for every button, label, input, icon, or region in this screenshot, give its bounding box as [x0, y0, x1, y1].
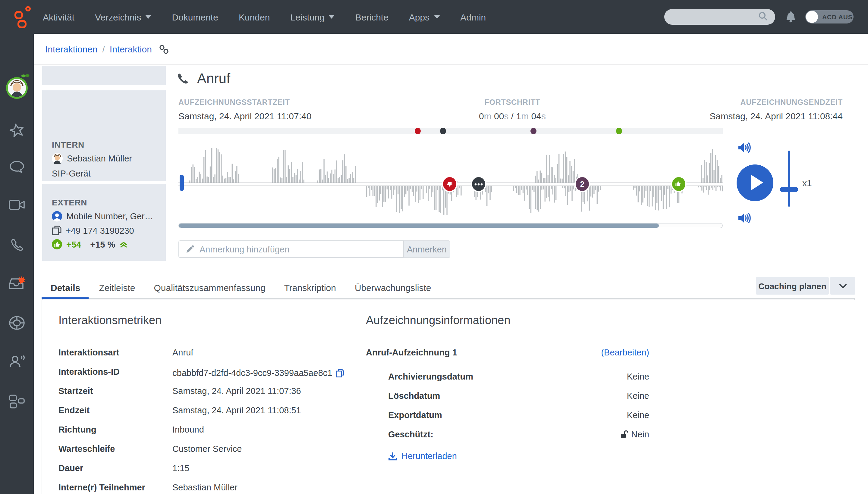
- progress-label: FORTSCHRITT: [422, 98, 603, 107]
- download-icon: [388, 452, 397, 460]
- coaching-planen-button[interactable]: Coaching planen: [756, 277, 829, 294]
- dot-numbered[interactable]: [531, 128, 536, 134]
- nav-item-dokumente[interactable]: Dokumente: [172, 12, 218, 22]
- call-icon: [176, 72, 189, 85]
- dot-comment[interactable]: [440, 128, 446, 134]
- metric-value: Samstag, 24. April 2021 11:07:36: [172, 386, 301, 398]
- sentiment-score: +54: [66, 240, 81, 249]
- nav-item-kunden[interactable]: Kunden: [239, 12, 270, 22]
- user-avatar[interactable]: [6, 77, 28, 99]
- metric-value: 1:15: [172, 463, 189, 475]
- extern-name: Mobile Number, Germ…: [66, 211, 156, 221]
- download-link[interactable]: Herunterladen: [388, 451, 457, 461]
- permalink-icon[interactable]: [159, 44, 169, 54]
- genesys-logo-icon[interactable]: [11, 5, 35, 29]
- metric-row: Interaktions-ID: [58, 367, 119, 379]
- chevron-down-icon: [145, 15, 151, 19]
- sidebar-inbox-icon[interactable]: [0, 276, 34, 292]
- nav-item-aktivitaet[interactable]: Aktivität: [43, 12, 74, 22]
- intern-participant[interactable]: Sebastian Müller: [52, 153, 156, 164]
- tab-transkription[interactable]: Transkription: [284, 277, 336, 293]
- copy-icon[interactable]: [52, 225, 61, 235]
- annotation-marker-thumb-down[interactable]: [442, 176, 457, 192]
- sidebar-agent-speaking-icon[interactable]: [0, 354, 34, 369]
- recording-info-rule: [366, 331, 649, 331]
- page-title: Anruf: [197, 71, 230, 87]
- player-scrollbar[interactable]: [179, 223, 723, 228]
- volume-down-icon[interactable]: [738, 211, 752, 225]
- recording-name: Anruf-Aufzeichnung 1: [366, 348, 457, 357]
- waveform[interactable]: 2: [179, 146, 723, 222]
- annotation-marker-thumb-up[interactable]: [671, 176, 687, 192]
- nav-item-apps[interactable]: Apps: [409, 12, 440, 22]
- breadcrumb: Interaktionen / Interaktion: [34, 34, 868, 65]
- recording-name-row: Anruf-Aufzeichnung 1 (Bearbeiten): [366, 348, 649, 357]
- recording-info-row: ExportdatumKeine: [388, 410, 649, 420]
- metric-value: Sebastian Müller: [172, 482, 238, 494]
- metrics-section-rule: [58, 331, 343, 331]
- chevron-down-icon: [329, 15, 335, 19]
- recording-info-title: Aufzeichnungsinformationen: [366, 314, 511, 327]
- recording-info-row: Geschützt: Nein: [388, 430, 649, 439]
- search-icon: [758, 12, 768, 21]
- annotate-button[interactable]: Anmerken: [404, 240, 450, 258]
- coaching-dropdown-button[interactable]: [830, 277, 855, 294]
- tab-qualitaetszusammenfassung[interactable]: Qualitätszusammenfassung: [154, 277, 265, 293]
- sidebar-phone-icon[interactable]: [0, 238, 34, 252]
- extern-avatar: [52, 211, 62, 222]
- sidebar-chat-icon[interactable]: [0, 160, 34, 173]
- dot-positive[interactable]: [616, 128, 622, 134]
- breadcrumb-interaktion[interactable]: Interaktion: [110, 44, 152, 54]
- nav-item-leistung[interactable]: Leistung: [290, 12, 335, 22]
- metric-value: Inbound: [172, 425, 204, 437]
- annotation-marker-number[interactable]: 2: [574, 176, 590, 192]
- acd-toggle[interactable]: ACD AUS: [805, 10, 853, 23]
- edit-link[interactable]: (Bearbeiten): [601, 348, 649, 357]
- metric-value: cbabbfd7-d2fd-4dc3-9cc9-3399aa5ae8c1: [172, 367, 344, 379]
- annotation-timeline-strip[interactable]: [179, 128, 723, 134]
- speed-slider-handle[interactable]: [780, 187, 798, 192]
- play-button[interactable]: [737, 165, 773, 201]
- metric-row: Warteschleife: [58, 444, 115, 456]
- nav-item-berichte[interactable]: Berichte: [355, 12, 388, 22]
- chevron-down-icon: [839, 283, 847, 288]
- extern-panel: EXTERN Mobile Number, Germ… +49 174 3190…: [42, 184, 166, 261]
- metric-row: Interne(r) Teilnehmer: [58, 482, 145, 494]
- nav-item-verzeichnis[interactable]: Verzeichnis: [95, 12, 151, 22]
- notifications-bell-icon[interactable]: [786, 11, 796, 23]
- sidebar-video-icon[interactable]: [0, 200, 34, 210]
- intern-panel: INTERN Sebastian Müller SIP-Gerät: [42, 90, 166, 181]
- recording-info-row: LöschdatumKeine: [388, 391, 649, 401]
- sidebar-favorites-icon[interactable]: [0, 123, 34, 137]
- intern-avatar: [52, 153, 63, 164]
- recording-info-row: ArchivierungsdatumKeine: [388, 372, 649, 381]
- playhead[interactable]: [179, 175, 184, 191]
- recording-end-label: AUFZEICHNUNGSENDZEIT: [662, 98, 843, 107]
- recording-start-value: Samstag, 24. April 2021 11:07:40: [179, 111, 311, 121]
- metric-value: Samstag, 24. April 2021 11:08:51: [172, 405, 301, 417]
- recording-end: AUFZEICHNUNGSENDZEIT Samstag, 24. April …: [662, 98, 843, 121]
- sidebar-assist-wheel-icon[interactable]: [0, 315, 34, 331]
- tab-ueberwachungsliste[interactable]: Überwachungsliste: [355, 277, 431, 293]
- sidebar-apps-icon[interactable]: [0, 394, 34, 410]
- speed-slider-track[interactable]: [788, 151, 790, 207]
- nav-item-admin[interactable]: Admin: [460, 12, 486, 22]
- tabs-bar: Details Zeitleiste Qualitätszusammenfass…: [42, 277, 855, 299]
- volume-up-icon[interactable]: [738, 141, 752, 154]
- tab-details[interactable]: Details: [51, 277, 80, 293]
- breadcrumb-interaktionen[interactable]: Interaktionen: [45, 44, 97, 54]
- extern-phone: +49 174 3190230: [66, 226, 134, 235]
- metric-row: Dauer: [58, 463, 83, 475]
- metric-row: Interaktionsart: [58, 348, 119, 360]
- dot-negative[interactable]: [415, 128, 421, 134]
- details-card: Interaktionsmetriken Interaktionsart Anr…: [42, 299, 855, 494]
- copy-id-icon[interactable]: [336, 368, 344, 377]
- toggle-knob: [806, 11, 818, 23]
- extern-participant[interactable]: Mobile Number, Germ…: [52, 211, 156, 222]
- tab-zeitleiste[interactable]: Zeitleiste: [99, 277, 135, 293]
- title-divider: [171, 87, 855, 87]
- metric-row: Endzeit: [58, 405, 90, 417]
- speed-value: x1: [802, 178, 812, 188]
- annotation-input[interactable]: [179, 240, 404, 258]
- top-nav: Aktivität Verzeichnis Dokumente Kunden L…: [0, 0, 868, 34]
